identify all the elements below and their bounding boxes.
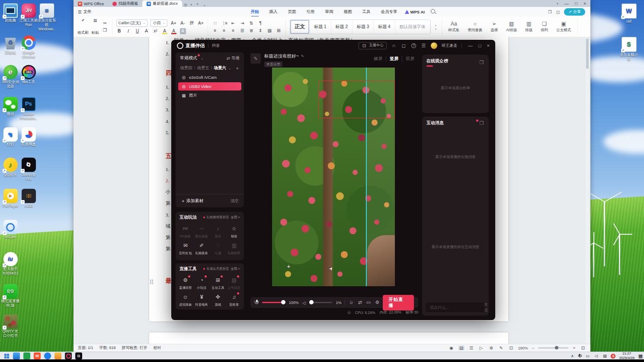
tool-feature[interactable]: 游戏 [210,293,226,307]
desktop-icon[interactable]: iVCam [1,220,20,239]
titlebar-icon[interactable] [411,43,417,48]
desktop-icon[interactable]: obs工具 [19,65,38,84]
titlebar-icon[interactable] [401,43,407,48]
cloud-sync-icon[interactable]: ◫ [556,10,560,14]
clear-button[interactable]: 清空 [231,198,239,204]
style-option[interactable]: 标题 3 [352,20,374,34]
zoom-level[interactable]: 180% [518,346,528,350]
stream-title[interactable]: 标题还没有想好~ [264,53,299,59]
ribbon-tool-button[interactable]: 排列 [538,21,551,33]
zoom-in-button[interactable]: ＋ [572,345,576,351]
style-option[interactable]: 默认段落字体 [395,20,430,34]
view-mode-icon[interactable] [458,346,465,350]
format-tool-icon[interactable] [125,28,131,34]
desktop-icon[interactable]: QINYY 长口小红书 [1,314,20,338]
control-icon[interactable] [349,300,353,305]
paragraph-tool-icon[interactable] [230,20,236,26]
category-chip[interactable]: 未选分类 [264,61,282,67]
desktop-icon[interactable]: 楼艺发直播间 版 [1,284,20,308]
desktop-icon[interactable]: PotPlayer [1,189,20,208]
style-option[interactable]: 正文 [290,20,310,34]
tray-icon[interactable] [585,354,590,358]
word-count[interactable]: 字数: 619 [99,345,116,351]
tool-feature[interactable]: 抖音电商 [194,293,210,307]
menu-item[interactable]: 页面 [288,8,297,16]
tool-feature[interactable]: 虚拟形象 [177,293,194,307]
view-mode-icon[interactable] [488,346,494,350]
desktop-icon[interactable]: 回收站 [1,36,20,55]
add-scene-button[interactable]: ＋ [235,65,240,71]
tray-icon[interactable] [593,354,599,358]
paragraph-tool-icon[interactable] [212,27,218,33]
view-mode-icon[interactable] [449,346,455,350]
view-mode-icon[interactable] [478,346,484,350]
desktop-icon[interactable]: 宏天助手 8.0(64位) [1,252,20,276]
edit-title-icon[interactable]: ✎ [250,53,261,64]
tool-feature[interactable]: 直播设置 [177,276,194,290]
format-painter-button[interactable]: 格式刷 [77,18,89,36]
tray-icon[interactable] [570,354,575,358]
tray-icon[interactable] [578,354,581,359]
interact-all-link[interactable]: 全部 > [231,215,240,220]
orientation-option[interactable]: 竖屏 [386,56,402,62]
pencil-icon[interactable]: ✎ [301,54,304,58]
taskbar-app-folder[interactable] [54,352,61,359]
desktop-icon[interactable]: Jianying Pro [19,158,38,181]
source-item[interactable]: USB3 Video [178,82,241,90]
font-name-select[interactable]: Calibri (正文)⌄ [116,19,148,27]
audience-title[interactable]: 在线观众榜 [426,58,448,67]
desktop-icon[interactable]: AIZB [19,189,38,208]
ribbon-tool-button[interactable]: 公文模式 [554,21,574,33]
tray-icon[interactable] [611,354,615,359]
desktop-icon[interactable]: 江湖工具箱 Run [19,3,38,27]
clock[interactable]: 21:27 2025/4/28 [619,352,634,360]
document-scrollbar[interactable] [586,38,589,343]
desktop-icon[interactable]: 全员金额计算 [619,37,638,61]
start-live-button[interactable]: 开始直播 [383,295,414,310]
tool-feature[interactable]: 小玩法 [194,276,210,290]
message-input[interactable] [429,305,481,310]
desktop-icon[interactable]: 全员分发系统 Windows.. [37,3,56,31]
orientation-option[interactable]: 双屏 [402,56,418,62]
desktop-icon[interactable]: uid [619,3,638,24]
scene-tab[interactable]: 场景六 [209,65,226,71]
cut-icon[interactable] [102,20,108,26]
scene-tab[interactable]: 场景五 [192,65,209,71]
ribbon-tool-button[interactable]: 选择 [488,21,500,33]
anchor-center-button[interactable]: 主播中心 [359,42,387,49]
speaker-icon[interactable] [302,300,306,305]
director-button[interactable]: ⇄ 导播 [227,55,240,61]
wps-ai-button[interactable]: WPS AI [405,10,425,14]
add-material-button[interactable]: ＋ 添加素材 [181,198,204,204]
desktop-icon[interactable]: 百度网盘 [19,127,38,147]
spellcheck-status[interactable]: 拼写检查: 打开 [122,345,147,351]
font-size-select[interactable]: 小四⌄ [151,19,167,27]
zoom-slider[interactable] [538,347,568,349]
paragraph-tool-icon[interactable] [230,27,236,33]
desktop-icon[interactable]: 钉钉 [1,127,20,147]
source-item[interactable]: 图片 [178,91,241,100]
source-item[interactable]: e2eSoft iVCam [178,73,241,81]
ribbon-tool-button[interactable]: AI排版 [503,21,519,33]
wps-close-button[interactable]: × [583,1,586,6]
font-tool-icon[interactable] [170,20,176,26]
quick-tool-icon[interactable] [126,9,132,15]
quick-tool-icon[interactable] [146,9,152,15]
popup-icon[interactable] [479,120,484,126]
interact-feature[interactable]: 定时红包 [177,241,194,255]
style-option[interactable]: 标题 1 [310,20,331,34]
view-mode-icon[interactable] [468,346,474,350]
tray-icon[interactable] [602,354,607,358]
paragraph-tool-icon[interactable] [257,27,263,33]
paragraph-tool-icon[interactable] [257,20,263,26]
wps-minimize-button[interactable]: — [564,1,569,6]
paragraph-tool-icon[interactable] [248,27,254,33]
menu-item[interactable]: 插入 [269,8,278,16]
wps-document-tab[interactable]: 找靓壳模板 [108,0,142,7]
search-icon[interactable] [431,9,435,13]
taskbar-app-browser[interactable] [13,352,20,359]
microphone-slider[interactable] [262,302,285,303]
camera-preview[interactable]: + ➤ [272,68,395,286]
ribbon-tool-button[interactable]: 样式集 [446,21,462,33]
desktop-icon[interactable]: 微信 [1,97,20,116]
